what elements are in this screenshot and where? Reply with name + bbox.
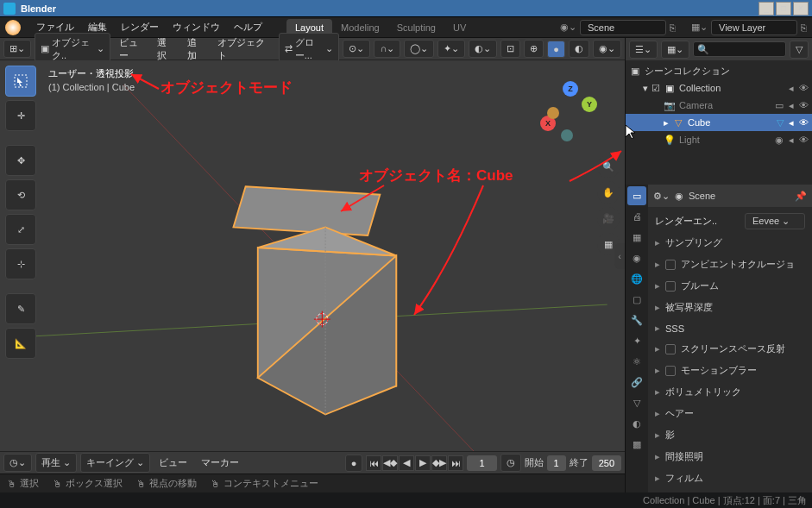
tool-measure[interactable]: 📐: [5, 328, 36, 359]
gizmo-toggle[interactable]: ✦⌄: [437, 40, 465, 58]
menu-file[interactable]: ファイル: [29, 21, 81, 34]
gizmo-neg-axis[interactable]: [561, 129, 573, 141]
prop-panel-ヘアー[interactable]: ▸ヘアー: [655, 403, 805, 424]
hide-icon[interactable]: ◂: [789, 117, 794, 129]
jump-start-button[interactable]: ⏮: [366, 455, 381, 471]
vp-menu-select[interactable]: 選択: [152, 36, 179, 62]
visibility-icon[interactable]: 👁: [799, 117, 809, 129]
outliner-filter-button[interactable]: ▽: [790, 41, 809, 59]
timeline-view-menu[interactable]: ビュー: [154, 456, 192, 469]
vp-menu-add[interactable]: 追加: [182, 36, 209, 62]
prop-tab-object[interactable]: ▢: [627, 290, 646, 309]
tool-annotate[interactable]: ✎: [5, 293, 36, 324]
overlay-toggle[interactable]: ◐⌄: [469, 40, 497, 58]
tool-move[interactable]: ✥: [5, 145, 36, 176]
tab-modeling[interactable]: Modeling: [332, 19, 388, 36]
keyframe-prev-button[interactable]: ◀◆: [382, 455, 398, 471]
outliner-item-cube[interactable]: ▸ ▽ Cube ▽◂👁: [626, 114, 812, 131]
editor-type-button[interactable]: ⊞⌄: [3, 40, 31, 58]
prop-tab-modifier[interactable]: 🔧: [627, 310, 646, 329]
hide-icon[interactable]: ◂: [789, 100, 794, 111]
visibility-icon[interactable]: 👁: [799, 83, 809, 94]
outliner-scene-collection[interactable]: ▣ シーンコレクション: [626, 62, 812, 79]
panel-checkbox[interactable]: [665, 260, 676, 270]
menu-window[interactable]: ウィンドウ: [166, 21, 227, 34]
play-reverse-button[interactable]: ◀: [399, 455, 414, 471]
tab-uv[interactable]: UV: [444, 19, 475, 36]
new-viewlayer-icon[interactable]: ⎘: [801, 22, 807, 33]
new-scene-icon[interactable]: ⎘: [670, 22, 676, 33]
gizmo-y-axis[interactable]: Y: [582, 97, 597, 112]
shading-material[interactable]: ◐: [569, 40, 589, 58]
shading-wireframe[interactable]: ⊕: [524, 40, 544, 58]
sidebar-toggle[interactable]: ‹: [614, 243, 625, 269]
prop-tab-physics[interactable]: ⚛: [627, 352, 646, 371]
timeline-marker-menu[interactable]: マーカー: [196, 456, 244, 469]
mesh-data-icon[interactable]: ▽: [777, 117, 784, 129]
prop-tab-world[interactable]: 🌐: [627, 269, 646, 288]
prop-tab-viewlayer[interactable]: ▦: [627, 228, 646, 247]
tool-select-box[interactable]: [5, 66, 36, 97]
panel-checkbox[interactable]: [665, 281, 676, 292]
disclosure-icon[interactable]: ▸: [664, 117, 669, 129]
current-frame-field[interactable]: 1: [467, 455, 496, 471]
prop-tab-particle[interactable]: ✦: [627, 331, 646, 350]
gizmo-z-axis[interactable]: Z: [563, 81, 578, 97]
browse-scene-icon[interactable]: ◉⌄: [560, 22, 576, 33]
start-frame-field[interactable]: 1: [547, 455, 566, 471]
prop-panel-フィルム[interactable]: ▸フィルム: [655, 467, 805, 489]
tab-sculpting[interactable]: Sculpting: [388, 19, 444, 36]
playback-menu[interactable]: 再生 ⌄: [35, 453, 77, 473]
prop-panel-SSS[interactable]: ▸SSS: [655, 318, 805, 338]
prop-panel-影[interactable]: ▸影: [655, 424, 805, 446]
prop-tab-data[interactable]: ▽: [627, 393, 646, 412]
panel-checkbox[interactable]: [665, 366, 676, 376]
tool-transform[interactable]: ⊹: [5, 248, 36, 279]
shading-rendered[interactable]: ◉⌄: [593, 40, 621, 58]
tool-scale[interactable]: ⤢: [5, 214, 36, 245]
keying-menu[interactable]: キーイング ⌄: [80, 453, 150, 473]
outliner-item-light[interactable]: 💡 Light ◉◂👁: [626, 131, 812, 148]
shading-solid[interactable]: ●: [547, 41, 565, 58]
render-engine-dropdown[interactable]: Eevee ⌄: [745, 213, 805, 229]
outliner-editor-type[interactable]: ☰⌄: [629, 41, 658, 59]
maximize-button[interactable]: □: [776, 2, 791, 16]
prop-tab-constraint[interactable]: 🔗: [627, 373, 646, 392]
outliner-display-mode[interactable]: ▦⌄: [661, 41, 689, 59]
keyframe-next-button[interactable]: ◆▶: [431, 455, 447, 471]
pin-icon[interactable]: 📌: [795, 191, 807, 202]
navigation-gizmo[interactable]: Z Y X: [540, 81, 601, 141]
xray-button[interactable]: ⊡: [500, 40, 520, 58]
prop-tab-render[interactable]: ▭: [627, 186, 646, 205]
tool-cursor[interactable]: ✛: [5, 100, 36, 131]
camera-view-icon[interactable]: 🎥: [597, 207, 620, 229]
timeline-editor-type[interactable]: ◷⌄: [3, 454, 32, 472]
browse-viewlayer-icon[interactable]: ▦⌄: [691, 22, 708, 33]
prop-tab-texture[interactable]: ▩: [627, 435, 646, 454]
zoom-icon[interactable]: 🔍: [597, 155, 620, 178]
prop-panel-被写界深度[interactable]: ▸被写界深度: [655, 297, 805, 318]
outliner-collection[interactable]: ▾ ☑ ▣ Collection ◂👁: [626, 79, 812, 97]
vp-menu-object[interactable]: オブジェクト: [212, 36, 272, 62]
play-button[interactable]: ▶: [415, 455, 431, 471]
menu-render[interactable]: レンダー: [114, 21, 166, 34]
prop-panel-アンビエントオクルージョ[interactable]: ▸アンビエントオクルージョ: [655, 254, 805, 275]
data-icon[interactable]: ▭: [775, 100, 784, 111]
outliner-search[interactable]: 🔍: [693, 41, 786, 57]
3d-viewport[interactable]: ユーザー・透視投影 (1) Collection | Cube ✛ ✥ ⟲ ⤢ …: [0, 60, 625, 451]
jump-end-button[interactable]: ⏭: [448, 455, 463, 471]
prop-panel-間接照明[interactable]: ▸間接照明: [655, 446, 805, 467]
viewlayer-name-field[interactable]: View Layer: [711, 20, 797, 35]
vp-menu-view[interactable]: ビュー: [114, 36, 148, 62]
pan-icon[interactable]: ✋: [597, 181, 620, 204]
prop-panel-ボリュメトリック[interactable]: ▸ボリュメトリック: [655, 381, 805, 403]
prop-tab-material[interactable]: ◐: [627, 414, 646, 433]
snap-button[interactable]: ∩⌄: [374, 40, 400, 58]
menu-edit[interactable]: 編集: [81, 21, 114, 34]
prop-panel-ブルーム[interactable]: ▸ブルーム: [655, 275, 805, 297]
prop-panel-サンプリング[interactable]: ▸サンプリング: [655, 232, 805, 254]
pivot-button[interactable]: ⊙⌄: [343, 40, 370, 58]
close-button[interactable]: ×: [793, 2, 809, 16]
scene-name-field[interactable]: Scene: [580, 20, 666, 35]
gizmo-neg-axis2[interactable]: [547, 107, 559, 119]
